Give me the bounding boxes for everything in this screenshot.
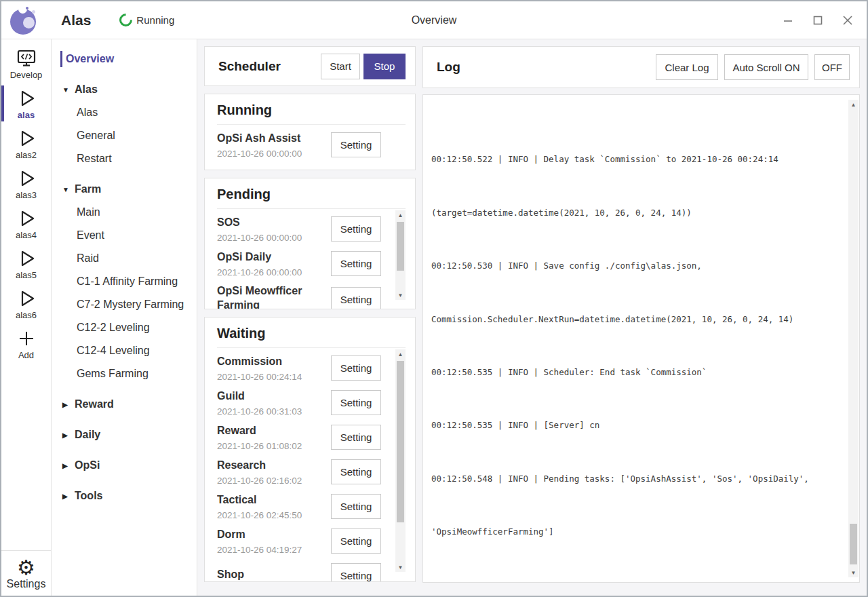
scrollbar-thumb[interactable] xyxy=(397,222,404,271)
scroll-down-arrow-icon[interactable]: ▼ xyxy=(848,568,859,577)
nav-menu-item[interactable]: Main xyxy=(52,201,197,224)
nav-menu-item[interactable]: General xyxy=(52,124,197,147)
task-row: Commission 2021-10-26 00:24:14 Setting xyxy=(217,349,395,384)
nav-menu-item[interactable]: ▶ Daily xyxy=(52,423,197,446)
rail-item-alas6[interactable]: alas6 xyxy=(1,284,51,324)
rail-item-alas2[interactable]: alas2 xyxy=(1,123,51,163)
titlebar: Alas Running Overview xyxy=(1,1,867,39)
task-row: Research 2021-10-26 02:16:02 Setting xyxy=(217,453,395,488)
scrollbar-thumb[interactable] xyxy=(850,524,857,564)
task-setting-button[interactable]: Setting xyxy=(331,216,381,242)
alas-logo-icon xyxy=(9,5,39,35)
log-line: 00:12:50.535 | INFO | Scheduler: End tas… xyxy=(431,366,848,379)
nav-menu-item-label: C12-2 Leveling xyxy=(77,322,150,334)
nav-menu-item-label: Raid xyxy=(77,252,99,265)
minimize-button[interactable] xyxy=(773,5,803,35)
nav-menu-item-label: Restart xyxy=(77,153,112,165)
nav-menu-item[interactable]: C12-2 Leveling xyxy=(52,316,197,339)
nav-menu-item-label: Event xyxy=(77,229,104,242)
main-content: Scheduler Start Stop Running OpSi Ash As… xyxy=(197,39,867,596)
task-name: SOS xyxy=(217,215,331,229)
nav-menu-item[interactable]: ▶ Reward xyxy=(52,393,197,416)
nav-menu-item-label: Farm xyxy=(75,183,101,195)
nav-menu-item[interactable]: Alas xyxy=(52,101,197,124)
nav-menu-item[interactable]: ▶ OpSi xyxy=(52,454,197,477)
maximize-button[interactable] xyxy=(803,5,833,35)
scroll-up-arrow-icon[interactable]: ▲ xyxy=(848,100,859,109)
log-title: Log xyxy=(437,60,656,75)
nav-menu-item[interactable]: C7-2 Mystery Farming xyxy=(52,293,197,316)
task-next-run-time: 2021-10-26 00:24:14 xyxy=(217,372,331,382)
task-next-run-time: 2021-10-26 00:31:03 xyxy=(217,406,331,417)
pending-task-list: SOS 2021-10-26 00:00:00 Setting OpSi Dai… xyxy=(217,209,395,309)
tree-arrow-icon: ▶ xyxy=(62,493,75,500)
nav-menu-item[interactable]: Raid xyxy=(52,247,197,270)
nav-menu-item[interactable]: ▶ Tools xyxy=(52,484,197,507)
task-setting-button[interactable]: Setting xyxy=(331,563,381,581)
rail-item-alas3[interactable]: alas3 xyxy=(1,163,51,204)
waiting-scrollbar[interactable]: ▲ ▼ xyxy=(395,349,406,572)
task-next-run-time: 2021-10-26 00:00:00 xyxy=(217,267,331,277)
scroll-up-arrow-icon[interactable]: ▲ xyxy=(395,349,406,359)
nav-menu-item-label: Tools xyxy=(75,490,102,502)
rail-item-label: Add xyxy=(18,350,34,360)
task-row: Shop Setting xyxy=(217,557,395,581)
task-setting-button[interactable]: Setting xyxy=(331,355,381,381)
stop-button[interactable]: Stop xyxy=(363,54,406,79)
rail-item-label: alas5 xyxy=(16,270,37,280)
rail-item-develop[interactable]: Develop xyxy=(1,43,51,83)
nav-menu-item-label: Main xyxy=(77,206,100,218)
log-panel: 00:12:50.522 | INFO | Delay task `Commis… xyxy=(422,94,860,583)
page-title: Overview xyxy=(412,14,457,26)
rail-item-alas[interactable]: alas xyxy=(1,83,51,123)
scroll-down-arrow-icon[interactable]: ▼ xyxy=(395,562,406,572)
scroll-down-arrow-icon[interactable]: ▼ xyxy=(395,290,406,300)
nav-menu-item[interactable]: Gems Farming xyxy=(52,362,197,385)
nav-menu-item-label: C1-1 Affinity Farming xyxy=(77,275,178,288)
start-button[interactable]: Start xyxy=(321,54,360,79)
close-button[interactable] xyxy=(833,5,863,35)
task-name: Guild xyxy=(217,389,331,403)
task-row: SOS 2021-10-26 00:00:00 Setting xyxy=(217,210,395,245)
scheduler-panel: Scheduler Start Stop xyxy=(204,46,416,86)
task-setting-button[interactable]: Setting xyxy=(331,390,381,415)
tree-arrow-icon: ▼ xyxy=(62,186,75,193)
task-setting-button[interactable]: Setting xyxy=(331,287,381,309)
task-setting-button[interactable]: Setting xyxy=(331,425,381,450)
nav-menu-item[interactable]: C1-1 Affinity Farming xyxy=(52,270,197,293)
rail-item-settings[interactable]: ⚙ Settings xyxy=(1,550,51,596)
task-setting-button[interactable]: Setting xyxy=(331,251,381,276)
log-scrollbar[interactable]: ▲ ▼ xyxy=(848,100,859,577)
task-row: OpSi Ash Assist 2021-10-26 00:00:00 Sett… xyxy=(217,126,406,161)
task-setting-button[interactable]: Setting xyxy=(331,528,381,554)
nav-menu-item[interactable]: Event xyxy=(52,224,197,247)
task-setting-button[interactable]: Setting xyxy=(331,494,381,519)
pending-title: Pending xyxy=(217,187,406,209)
tree-arrow-icon: ▼ xyxy=(62,86,75,94)
nav-menu-item[interactable]: Restart xyxy=(52,147,197,170)
rail-item-add[interactable]: Add xyxy=(1,324,51,364)
waiting-panel: Waiting Commission 2021-10-26 00:24:14 xyxy=(204,317,416,582)
scheduler-title: Scheduler xyxy=(218,59,321,74)
nav-menu-item[interactable]: ▼ Farm xyxy=(52,178,197,201)
nav-menu: Overview ▼ Alas Alas General xyxy=(52,39,197,596)
scroll-up-arrow-icon[interactable]: ▲ xyxy=(395,210,406,220)
rail-item-alas4[interactable]: alas4 xyxy=(1,204,51,244)
nav-menu-item[interactable]: C12-4 Leveling xyxy=(52,339,197,362)
task-name: OpSi Daily xyxy=(217,250,331,264)
task-setting-button[interactable]: Setting xyxy=(331,459,381,484)
tree-arrow-icon: ▶ xyxy=(62,401,75,408)
task-setting-button[interactable]: Setting xyxy=(331,132,381,157)
nav-menu-item-label: Overview xyxy=(66,53,114,65)
nav-menu-item[interactable]: Overview xyxy=(52,47,197,71)
auto-scroll-on-button[interactable]: Auto Scroll ON xyxy=(724,54,808,80)
pending-scrollbar[interactable]: ▲ ▼ xyxy=(395,210,406,300)
auto-scroll-off-button[interactable]: OFF xyxy=(814,54,850,80)
rail-item-alas5[interactable]: alas5 xyxy=(1,244,51,284)
scrollbar-thumb[interactable] xyxy=(397,361,404,522)
nav-menu-item[interactable]: ▼ Alas xyxy=(52,78,197,101)
pending-panel: Pending SOS 2021-10-26 00:00:00 Set xyxy=(204,178,416,309)
log-line: 00:12:50.535 | INFO | [Server] cn xyxy=(431,419,848,432)
task-name: Reward xyxy=(217,423,331,438)
clear-log-button[interactable]: Clear Log xyxy=(656,54,718,80)
